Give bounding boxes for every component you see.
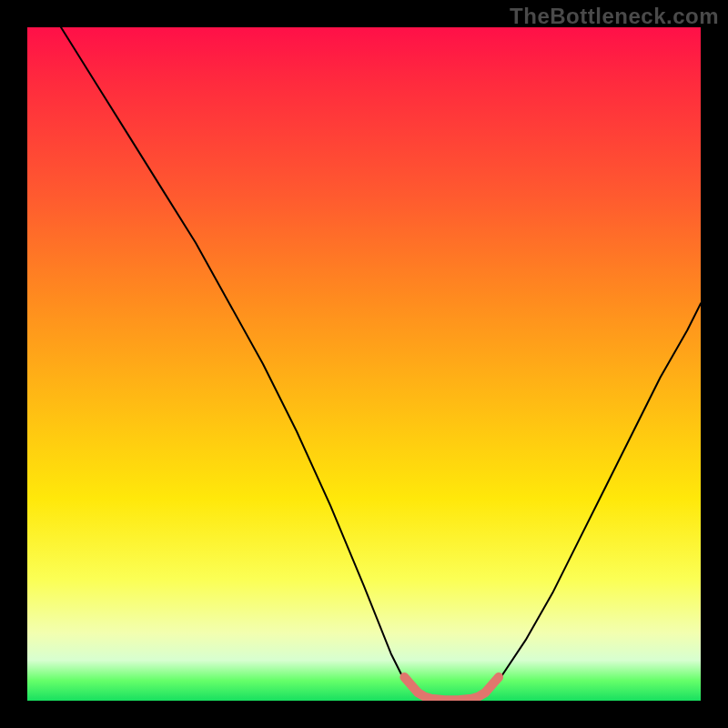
series-valley-highlight	[404, 677, 499, 700]
chart-frame: TheBottleneck.com	[0, 0, 728, 728]
plot-area	[27, 27, 701, 701]
watermark-text: TheBottleneck.com	[510, 4, 719, 29]
series-left-curve	[61, 27, 418, 694]
curve-layer	[27, 27, 701, 701]
series-right-curve	[485, 303, 701, 693]
